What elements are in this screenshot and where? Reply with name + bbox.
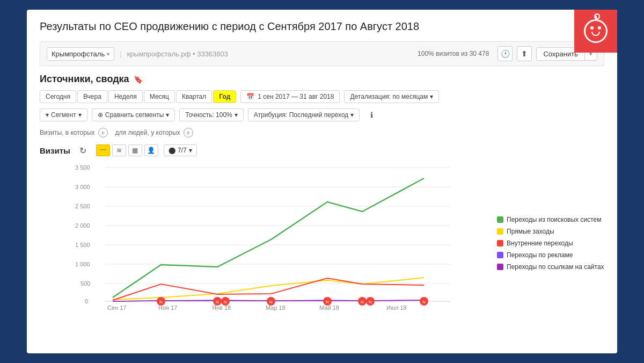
legend-label-links: Переходы по ссылкам на сайтах xyxy=(507,263,604,271)
svg-text:N: N xyxy=(269,300,273,304)
legend-item-ads: Переходы по рекламе xyxy=(497,251,604,259)
compare-filter-btn[interactable]: ⊕ Сравнить сегменты ▾ xyxy=(92,108,175,121)
tab-yesterday[interactable]: Вчера xyxy=(77,90,107,103)
chart-area-btn[interactable]: ≋ xyxy=(112,144,126,156)
svg-text:Янв 18: Янв 18 xyxy=(212,304,231,311)
svg-text:1 500: 1 500 xyxy=(75,242,90,248)
green-line xyxy=(113,178,424,297)
svg-text:Мар 18: Мар 18 xyxy=(266,304,286,311)
legend-label-direct: Прямые заходы xyxy=(507,228,554,235)
company-url: крымпрофсталь.рф • 33363803 xyxy=(127,50,228,58)
svg-text:N: N xyxy=(224,300,227,304)
compare-icon: ⊕ xyxy=(98,111,103,119)
attribution-arrow: ▾ xyxy=(350,111,354,119)
section-title-row: Источники, сводка 🔖 xyxy=(40,74,604,85)
toolbar-right: 100% визитов из 30 478 🕐 ⬆ Сохранить ▾ xyxy=(418,46,597,61)
toolbar-row: Крымпрофсталь ▾ | крымпрофсталь.рф • 333… xyxy=(40,41,604,66)
metrics-arrow: ▾ xyxy=(189,147,192,154)
svg-text:Май 18: Май 18 xyxy=(319,304,339,311)
svg-text:N: N xyxy=(369,300,372,304)
tab-year[interactable]: Год xyxy=(213,90,236,103)
chart-svg: 3 500 3 000 2 500 2 000 1 500 1 000 500 … xyxy=(40,162,486,313)
bookmark-icon[interactable]: 🔖 xyxy=(134,75,143,84)
filter-icon: ▾ xyxy=(46,111,49,119)
legend-dot-ads xyxy=(497,252,503,258)
legend-label-search: Переходы из поисковых систем xyxy=(507,216,601,223)
chart-title: Визиты xyxy=(40,146,70,155)
chart-scatter-btn[interactable]: 👤 xyxy=(144,144,158,156)
tab-week[interactable]: Неделя xyxy=(108,90,143,103)
tab-month[interactable]: Месяц xyxy=(144,90,175,103)
accuracy-arrow: ▾ xyxy=(235,111,238,119)
info-icon: ℹ xyxy=(364,107,379,122)
attribution-filter-btn[interactable]: Атрибуция: Последний переход ▾ xyxy=(248,108,360,121)
segment-filter-btn[interactable]: ▾ Сегмент ▾ xyxy=(40,108,87,121)
circle-icon: ⬤ xyxy=(169,147,175,154)
logo-face xyxy=(584,19,608,43)
legend-label-internal: Внутренние переходы xyxy=(507,239,573,247)
legend-item-direct: Прямые заходы xyxy=(497,228,604,235)
page-title: Результаты по СЕО продвижению с период с… xyxy=(40,20,604,33)
refresh-btn[interactable]: ↻ xyxy=(76,143,91,158)
date-range-btn[interactable]: 📅 1 сен 2017 — 31 авг 2018 xyxy=(240,90,340,103)
chart-area: 3 500 3 000 2 500 2 000 1 500 1 000 500 … xyxy=(40,162,604,313)
logo-antenna xyxy=(595,16,597,20)
filter-row: ▾ Сегмент ▾ ⊕ Сравнить сегменты ▾ Точнос… xyxy=(40,107,604,122)
legend-item-links: Переходы по ссылкам на сайтах xyxy=(497,263,604,271)
chart-line-btn[interactable]: 〰 xyxy=(96,144,110,156)
svg-text:0: 0 xyxy=(85,298,88,304)
chart-graph: 3 500 3 000 2 500 2 000 1 500 1 000 500 … xyxy=(40,162,486,313)
logo-eyes xyxy=(590,26,601,30)
chart-bar-btn[interactable]: ▦ xyxy=(128,144,142,156)
svg-text:1 000: 1 000 xyxy=(75,261,90,267)
date-tabs-row: Сегодня Вчера Неделя Месяц Квартал Год 📅… xyxy=(40,90,604,103)
company-dropdown[interactable]: Крымпрофсталь ▾ xyxy=(47,47,114,61)
visits-label: Визиты, в которых xyxy=(40,129,95,136)
logo-eye-left xyxy=(590,26,594,30)
tab-quarter[interactable]: Квартал xyxy=(176,90,212,103)
separator: | xyxy=(120,50,121,58)
legend-dot-internal xyxy=(497,240,503,246)
legend-item-search: Переходы из поисковых систем xyxy=(497,216,604,223)
chart-header: Визиты ↻ 〰 ≋ ▦ 👤 ⬤ 7/7 ▾ xyxy=(40,143,604,158)
tab-today[interactable]: Сегодня xyxy=(40,90,76,103)
yellow-line xyxy=(113,278,424,300)
section-title: Источники, сводка 🔖 xyxy=(40,74,143,85)
svg-text:N: N xyxy=(216,300,219,304)
svg-text:N: N xyxy=(422,300,426,304)
accuracy-filter-btn[interactable]: Точность: 100% ▾ xyxy=(179,108,243,121)
svg-text:2 000: 2 000 xyxy=(75,222,90,229)
add-visits-btn[interactable]: + xyxy=(98,128,108,137)
svg-text:Сен 17: Сен 17 xyxy=(107,304,126,311)
chart-view-btns: 〰 ≋ ▦ 👤 xyxy=(96,144,158,156)
legend-label-ads: Переходы по рекламе xyxy=(507,251,573,259)
legend-dot-links xyxy=(497,264,503,270)
svg-text:3 000: 3 000 xyxy=(75,184,90,190)
detail-btn[interactable]: Детализация: по месяцам ▾ xyxy=(344,90,439,103)
slide-container: Результаты по СЕО продвижению с период с… xyxy=(27,10,617,353)
svg-text:Июл 18: Июл 18 xyxy=(386,304,407,311)
clock-btn[interactable]: 🕐 xyxy=(497,46,513,61)
people-label: для людей, у которых xyxy=(115,129,180,136)
visit-info: 100% визитов из 30 478 xyxy=(418,50,489,57)
detail-arrow: ▾ xyxy=(430,93,433,100)
chart-legend: Переходы из поисковых систем Прямые захо… xyxy=(497,162,604,275)
logo-eye-right xyxy=(598,26,601,30)
segment-arrow: ▾ xyxy=(78,111,82,119)
svg-text:N: N xyxy=(361,300,364,304)
add-people-btn[interactable]: + xyxy=(184,128,193,137)
metrics-btn[interactable]: ⬤ 7/7 ▾ xyxy=(164,144,197,156)
calendar-icon: 📅 xyxy=(246,93,254,100)
export-btn[interactable]: ⬆ xyxy=(517,46,532,61)
red-line xyxy=(113,278,424,300)
svg-text:500: 500 xyxy=(80,280,90,287)
toolbar-left: Крымпрофсталь ▾ | крымпрофсталь.рф • 333… xyxy=(47,47,228,61)
compare-arrow: ▾ xyxy=(166,111,169,119)
legend-dot-direct xyxy=(497,228,503,235)
visits-condition-row: Визиты, в которых + для людей, у которых… xyxy=(40,128,604,137)
legend-dot-search xyxy=(497,216,503,223)
logo-corner xyxy=(574,10,617,53)
svg-text:N: N xyxy=(326,300,329,304)
company-dropdown-arrow: ▾ xyxy=(107,51,109,57)
svg-text:2 500: 2 500 xyxy=(75,203,90,209)
